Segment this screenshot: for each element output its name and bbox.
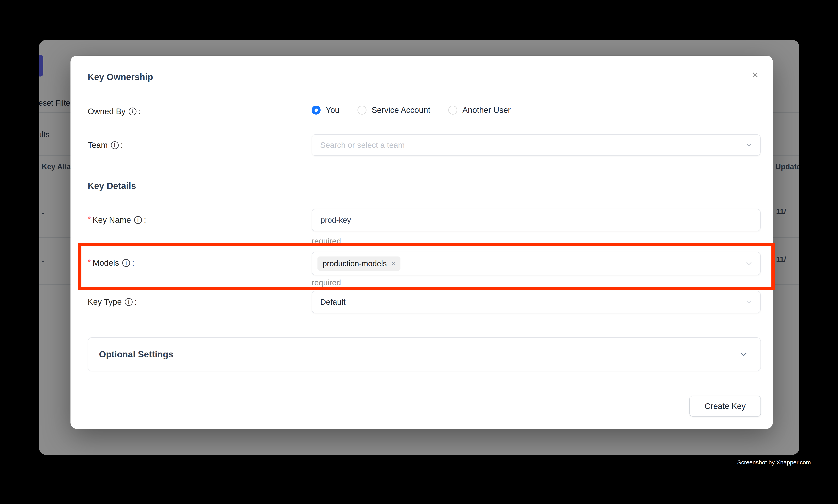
radio-service-account-label: Service Account [372,105,430,115]
models-label: * Models i : [88,258,134,268]
create-key-modal: Key Ownership × Owned By i : You Service… [70,56,773,429]
radio-selected-icon[interactable] [311,106,321,114]
chevron-down-icon [745,141,753,149]
owned-by-label: Owned By i : [88,107,141,116]
required-asterisk: * [88,258,91,267]
label-colon: : [121,141,123,150]
label-colon: : [132,258,134,268]
info-icon[interactable]: i [125,298,132,306]
key-name-required-message: required [311,237,341,246]
radio-service-account[interactable]: Service Account [357,105,430,115]
info-icon[interactable]: i [134,216,142,224]
key-type-label-text: Key Type [88,297,122,307]
info-icon[interactable]: i [111,141,119,149]
chevron-down-icon[interactable] [738,349,749,359]
models-select[interactable]: production-models × [311,252,761,275]
key-name-input-wrap [311,209,761,231]
key-name-input[interactable] [320,216,752,225]
key-name-label-text: Key Name [93,215,131,225]
models-label-text: Models [93,258,119,268]
team-select-input[interactable] [320,140,752,150]
label-colon: : [144,215,146,225]
chevron-down-icon [745,298,753,306]
selected-model-tag: production-models × [318,256,400,271]
owned-by-radio-group: You Service Account Another User [311,105,511,115]
watermark-text: Screenshot by Xnapper.com [737,459,811,466]
optional-settings-accordion[interactable]: Optional Settings [88,337,761,371]
models-required-message: required [311,278,341,287]
optional-settings-title: Optional Settings [99,349,173,360]
key-name-label: * Key Name i : [88,215,146,225]
radio-another-user[interactable]: Another User [448,105,511,115]
close-icon[interactable]: × [746,66,764,83]
chevron-down-icon [745,259,753,268]
radio-another-user-label: Another User [462,105,511,115]
tag-remove-icon[interactable]: × [391,260,395,267]
section-title-key-ownership: Key Ownership [88,72,153,82]
screenshot-stage: Reset Filters results Key Alias Updated … [0,0,838,504]
radio-you-label: You [326,105,340,115]
info-icon[interactable]: i [122,259,130,267]
selected-model-tag-label: production-models [323,259,387,268]
key-type-label: Key Type i : [88,297,137,307]
label-colon: : [135,297,137,307]
owned-by-label-text: Owned By [88,107,126,116]
label-colon: : [139,107,141,116]
radio-unselected-icon[interactable] [448,106,457,114]
team-label-text: Team [88,141,108,150]
key-type-select[interactable]: Default [311,291,761,313]
radio-you[interactable]: You [311,105,340,115]
info-icon[interactable]: i [129,108,137,115]
create-key-button[interactable]: Create Key [690,396,761,417]
required-asterisk: * [88,215,91,224]
team-select[interactable] [311,134,761,156]
radio-unselected-icon[interactable] [357,106,367,114]
key-type-selected-value: Default [320,298,345,307]
team-label: Team i : [88,141,123,150]
section-title-key-details: Key Details [88,181,136,191]
